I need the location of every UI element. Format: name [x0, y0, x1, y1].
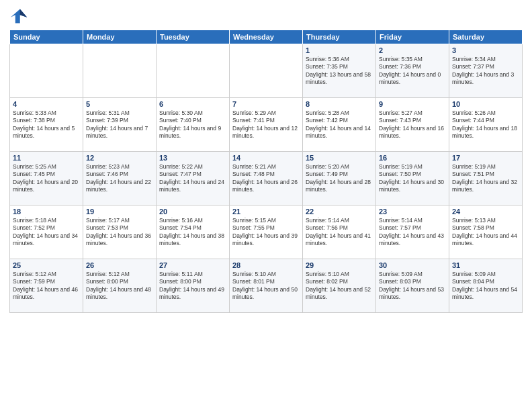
col-header-sunday: Sunday — [10, 30, 83, 44]
day-cell: 21Sunrise: 5:15 AM Sunset: 7:55 PM Dayli… — [230, 205, 303, 259]
day-cell: 16Sunrise: 5:19 AM Sunset: 7:50 PM Dayli… — [376, 152, 449, 205]
day-cell: 14Sunrise: 5:21 AM Sunset: 7:48 PM Dayli… — [230, 152, 303, 205]
day-number: 13 — [159, 154, 226, 162]
calendar-table: SundayMondayTuesdayWednesdayThursdayFrid… — [9, 30, 523, 313]
day-cell: 1Sunrise: 5:36 AM Sunset: 7:35 PM Daylig… — [303, 44, 376, 98]
cell-info: Sunrise: 5:17 AM Sunset: 7:53 PM Dayligh… — [86, 217, 153, 248]
day-cell: 28Sunrise: 5:10 AM Sunset: 8:01 PM Dayli… — [230, 259, 303, 313]
week-row-3: 11Sunrise: 5:25 AM Sunset: 7:45 PM Dayli… — [10, 152, 523, 205]
day-number: 10 — [452, 100, 519, 108]
cell-info: Sunrise: 5:20 AM Sunset: 7:49 PM Dayligh… — [306, 163, 373, 194]
day-cell: 25Sunrise: 5:12 AM Sunset: 7:59 PM Dayli… — [10, 259, 83, 313]
day-number: 15 — [306, 154, 373, 162]
day-cell: 22Sunrise: 5:14 AM Sunset: 7:56 PM Dayli… — [303, 205, 376, 259]
day-cell: 6Sunrise: 5:30 AM Sunset: 7:40 PM Daylig… — [157, 98, 230, 152]
page: SundayMondayTuesdayWednesdayThursdayFrid… — [0, 0, 532, 411]
week-row-4: 18Sunrise: 5:18 AM Sunset: 7:52 PM Dayli… — [10, 205, 523, 259]
cell-info: Sunrise: 5:16 AM Sunset: 7:54 PM Dayligh… — [159, 217, 226, 248]
day-number: 19 — [86, 208, 153, 216]
week-row-2: 4Sunrise: 5:33 AM Sunset: 7:38 PM Daylig… — [10, 98, 523, 152]
svg-marker-1 — [20, 9, 28, 17]
week-row-1: 1Sunrise: 5:36 AM Sunset: 7:35 PM Daylig… — [10, 44, 523, 98]
day-number: 6 — [159, 100, 226, 108]
cell-info: Sunrise: 5:22 AM Sunset: 7:47 PM Dayligh… — [159, 163, 226, 194]
day-number: 8 — [306, 100, 373, 108]
cell-info: Sunrise: 5:29 AM Sunset: 7:41 PM Dayligh… — [232, 109, 300, 140]
day-number: 29 — [306, 261, 373, 269]
day-number: 18 — [13, 208, 80, 216]
day-cell: 3Sunrise: 5:34 AM Sunset: 7:37 PM Daylig… — [449, 44, 523, 98]
day-cell: 19Sunrise: 5:17 AM Sunset: 7:53 PM Dayli… — [83, 205, 157, 259]
day-cell: 30Sunrise: 5:09 AM Sunset: 8:03 PM Dayli… — [376, 259, 449, 313]
day-cell: 23Sunrise: 5:14 AM Sunset: 7:57 PM Dayli… — [376, 205, 449, 259]
week-row-5: 25Sunrise: 5:12 AM Sunset: 7:59 PM Dayli… — [10, 259, 523, 313]
col-header-monday: Monday — [83, 30, 157, 44]
day-cell: 12Sunrise: 5:23 AM Sunset: 7:46 PM Dayli… — [83, 152, 157, 205]
cell-info: Sunrise: 5:25 AM Sunset: 7:45 PM Dayligh… — [13, 163, 80, 194]
day-cell: 8Sunrise: 5:28 AM Sunset: 7:42 PM Daylig… — [303, 98, 376, 152]
day-cell: 31Sunrise: 5:09 AM Sunset: 8:04 PM Dayli… — [449, 259, 523, 313]
cell-info: Sunrise: 5:30 AM Sunset: 7:40 PM Dayligh… — [159, 109, 226, 140]
cell-info: Sunrise: 5:15 AM Sunset: 7:55 PM Dayligh… — [232, 217, 300, 248]
cell-info: Sunrise: 5:11 AM Sunset: 8:00 PM Dayligh… — [159, 271, 226, 302]
logo — [9, 7, 31, 26]
cell-info: Sunrise: 5:09 AM Sunset: 8:03 PM Dayligh… — [379, 271, 446, 302]
day-cell: 29Sunrise: 5:10 AM Sunset: 8:02 PM Dayli… — [303, 259, 376, 313]
day-number: 24 — [452, 208, 519, 216]
day-number: 23 — [379, 208, 446, 216]
day-cell — [230, 44, 303, 98]
day-number: 21 — [232, 208, 300, 216]
day-number: 16 — [379, 154, 446, 162]
cell-info: Sunrise: 5:13 AM Sunset: 7:58 PM Dayligh… — [452, 217, 519, 248]
cell-info: Sunrise: 5:31 AM Sunset: 7:39 PM Dayligh… — [86, 109, 153, 140]
day-number: 30 — [379, 261, 446, 269]
col-header-friday: Friday — [376, 30, 449, 44]
cell-info: Sunrise: 5:14 AM Sunset: 7:56 PM Dayligh… — [306, 217, 373, 248]
day-number: 5 — [86, 100, 153, 108]
col-header-wednesday: Wednesday — [230, 30, 303, 44]
day-number: 4 — [13, 100, 80, 108]
day-number: 12 — [86, 154, 153, 162]
day-cell: 17Sunrise: 5:19 AM Sunset: 7:51 PM Dayli… — [449, 152, 523, 205]
day-cell: 24Sunrise: 5:13 AM Sunset: 7:58 PM Dayli… — [449, 205, 523, 259]
cell-info: Sunrise: 5:33 AM Sunset: 7:38 PM Dayligh… — [13, 109, 80, 140]
day-number: 27 — [159, 261, 226, 269]
header — [9, 7, 523, 26]
day-number: 7 — [232, 100, 300, 108]
day-cell — [157, 44, 230, 98]
day-cell: 20Sunrise: 5:16 AM Sunset: 7:54 PM Dayli… — [157, 205, 230, 259]
day-number: 2 — [379, 46, 446, 54]
day-number: 17 — [452, 154, 519, 162]
cell-info: Sunrise: 5:35 AM Sunset: 7:36 PM Dayligh… — [379, 56, 446, 87]
cell-info: Sunrise: 5:26 AM Sunset: 7:44 PM Dayligh… — [452, 109, 519, 140]
day-cell: 11Sunrise: 5:25 AM Sunset: 7:45 PM Dayli… — [10, 152, 83, 205]
col-header-saturday: Saturday — [449, 30, 523, 44]
cell-info: Sunrise: 5:14 AM Sunset: 7:57 PM Dayligh… — [379, 217, 446, 248]
day-number: 25 — [13, 261, 80, 269]
cell-info: Sunrise: 5:10 AM Sunset: 8:01 PM Dayligh… — [232, 271, 300, 302]
day-cell: 7Sunrise: 5:29 AM Sunset: 7:41 PM Daylig… — [230, 98, 303, 152]
day-number: 22 — [306, 208, 373, 216]
logo-icon — [9, 7, 28, 26]
day-number: 14 — [232, 154, 300, 162]
day-cell: 15Sunrise: 5:20 AM Sunset: 7:49 PM Dayli… — [303, 152, 376, 205]
cell-info: Sunrise: 5:12 AM Sunset: 8:00 PM Dayligh… — [86, 271, 153, 302]
cell-info: Sunrise: 5:34 AM Sunset: 7:37 PM Dayligh… — [452, 56, 519, 87]
day-cell: 9Sunrise: 5:27 AM Sunset: 7:43 PM Daylig… — [376, 98, 449, 152]
cell-info: Sunrise: 5:21 AM Sunset: 7:48 PM Dayligh… — [232, 163, 300, 194]
cell-info: Sunrise: 5:28 AM Sunset: 7:42 PM Dayligh… — [306, 109, 373, 140]
day-number: 28 — [232, 261, 300, 269]
cell-info: Sunrise: 5:19 AM Sunset: 7:51 PM Dayligh… — [452, 163, 519, 194]
cell-info: Sunrise: 5:36 AM Sunset: 7:35 PM Dayligh… — [306, 56, 373, 87]
day-cell: 27Sunrise: 5:11 AM Sunset: 8:00 PM Dayli… — [157, 259, 230, 313]
day-number: 3 — [452, 46, 519, 54]
day-cell: 13Sunrise: 5:22 AM Sunset: 7:47 PM Dayli… — [157, 152, 230, 205]
day-cell — [83, 44, 157, 98]
day-cell: 2Sunrise: 5:35 AM Sunset: 7:36 PM Daylig… — [376, 44, 449, 98]
day-number: 11 — [13, 154, 80, 162]
cell-info: Sunrise: 5:09 AM Sunset: 8:04 PM Dayligh… — [452, 271, 519, 302]
col-header-thursday: Thursday — [303, 30, 376, 44]
cell-info: Sunrise: 5:10 AM Sunset: 8:02 PM Dayligh… — [306, 271, 373, 302]
cell-info: Sunrise: 5:27 AM Sunset: 7:43 PM Dayligh… — [379, 109, 446, 140]
cell-info: Sunrise: 5:23 AM Sunset: 7:46 PM Dayligh… — [86, 163, 153, 194]
